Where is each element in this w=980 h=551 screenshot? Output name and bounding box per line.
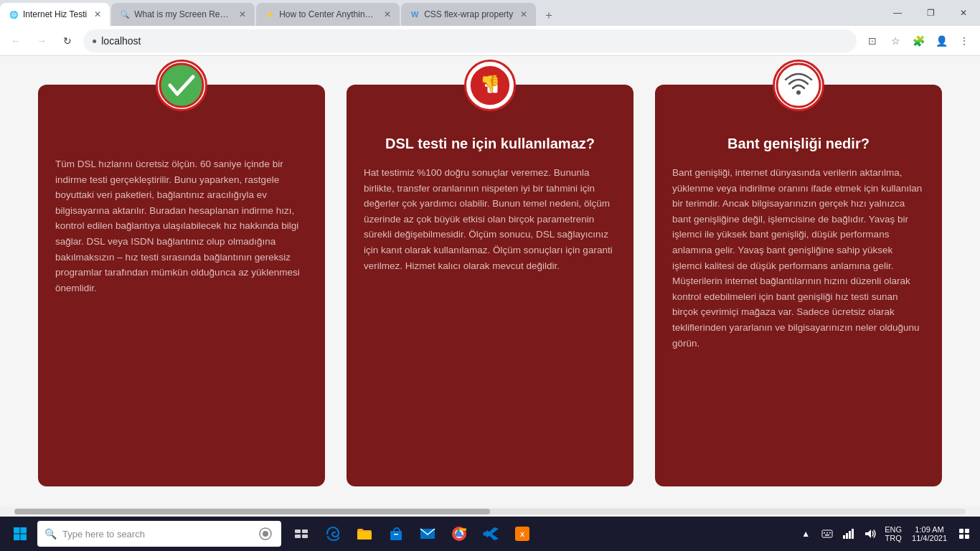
store-app[interactable]: [382, 519, 410, 548]
svg-text:👎: 👎: [480, 73, 501, 93]
svg-rect-17: [302, 534, 308, 538]
tab-favicon-1: 🌐: [9, 9, 19, 19]
vscode-app[interactable]: [476, 519, 505, 548]
taskbar-clock[interactable]: 1:09 AM 11/4/2021: [906, 519, 953, 548]
minimize-button[interactable]: —: [881, 0, 914, 26]
tab-close-4[interactable]: ✕: [520, 9, 527, 19]
svg-rect-28: [824, 532, 825, 534]
notification-icon: [958, 528, 970, 540]
start-button[interactable]: [6, 519, 34, 548]
menu-button[interactable]: ⋮: [954, 31, 974, 51]
close-button[interactable]: ✕: [947, 0, 980, 26]
card-icon-wifi: [773, 60, 824, 111]
edge-app[interactable]: [319, 519, 347, 548]
svg-marker-36: [865, 529, 871, 538]
keyboard-icon[interactable]: [817, 519, 837, 548]
card-3-title: Bant genişliği nedir?: [727, 133, 870, 154]
card-dsl-cannot-use: 👎 DSL testi ne için kullanılamaz? Hat te…: [347, 85, 633, 486]
card-dsl-intro: Tüm DSL hızlarını ücretsiz ölçün. 60 san…: [38, 85, 325, 486]
svg-rect-40: [965, 534, 969, 539]
xampp-icon: X: [514, 525, 531, 542]
svg-rect-32: [843, 535, 845, 539]
svg-rect-29: [826, 532, 828, 534]
bookmark-button[interactable]: ☆: [885, 31, 905, 51]
svg-point-0: [160, 64, 203, 107]
back-button[interactable]: ←: [6, 31, 26, 51]
svg-rect-30: [829, 532, 831, 534]
tab-screen-resolution[interactable]: 🔍 What is my Screen Resolution: Fi... ✕: [111, 3, 255, 26]
svg-rect-37: [959, 529, 963, 533]
card-2-title: DSL testi ne için kullanılamaz?: [385, 133, 595, 154]
language-indicator[interactable]: ENG TRQ: [882, 519, 905, 548]
address-bar[interactable]: ● localhost: [83, 29, 857, 52]
lock-icon: ●: [92, 36, 97, 46]
edge-icon: [324, 525, 341, 542]
lang-primary: ENG: [885, 525, 902, 534]
network-tray-icon[interactable]: [839, 519, 859, 548]
card-3-text: Bant genişliği, internet dünyasında veri…: [672, 165, 925, 351]
card-icon-check: [156, 60, 207, 111]
svg-text:X: X: [520, 531, 524, 538]
svg-rect-15: [302, 529, 308, 533]
scrollbar-thumb: [14, 509, 490, 514]
mail-icon: [419, 525, 436, 542]
search-placeholder-text: Type here to search: [62, 529, 251, 540]
lang-secondary: TRQ: [885, 534, 902, 542]
notification-center-button[interactable]: [954, 519, 974, 548]
card-icon-thumbs: 👎: [464, 60, 516, 111]
tab-label-1: Internet Hiz Testi: [23, 9, 87, 19]
svg-rect-16: [295, 534, 301, 538]
chrome-app[interactable]: [445, 519, 473, 548]
tab-internet-hiz-testi[interactable]: 🌐 Internet Hiz Testi ✕: [0, 3, 110, 26]
window-controls: — ❐ ✕: [881, 0, 980, 26]
taskbar: 🔍 Type here to search: [0, 517, 980, 551]
new-tab-button[interactable]: ＋: [537, 5, 560, 26]
task-view-icon: [294, 527, 308, 541]
url-text: localhost: [101, 35, 141, 47]
nav-actions: ⊡ ☆ 🧩 👤 ⋮: [862, 31, 974, 51]
tab-flex-wrap[interactable]: W CSS flex-wrap property ✕: [401, 3, 536, 26]
tab-close-3[interactable]: ✕: [384, 9, 391, 19]
refresh-button[interactable]: ↻: [57, 31, 77, 51]
svg-point-13: [263, 531, 268, 537]
file-explorer-app[interactable]: [350, 519, 379, 548]
cards-container: Tüm DSL hızlarını ücretsiz ölçün. 60 san…: [38, 85, 942, 486]
svg-rect-19: [390, 531, 402, 540]
show-hidden-icons[interactable]: ▲: [796, 519, 816, 548]
svg-rect-31: [825, 534, 829, 536]
svg-rect-34: [849, 531, 851, 539]
browser-window: 🌐 Internet Hiz Testi ✕ 🔍 What is my Scre…: [0, 0, 980, 551]
profile-button[interactable]: 👤: [931, 31, 951, 51]
svg-rect-38: [965, 529, 969, 533]
svg-rect-11: [21, 534, 27, 541]
search-icon: 🔍: [44, 528, 57, 540]
chrome-icon: [451, 525, 468, 542]
clock-time: 1:09 AM: [915, 525, 943, 534]
taskbar-search-bar[interactable]: 🔍 Type here to search: [37, 521, 281, 547]
store-icon: [387, 525, 405, 542]
volume-svg: [864, 528, 876, 540]
task-view-button[interactable]: [287, 519, 316, 548]
extensions-button[interactable]: 🧩: [908, 31, 928, 51]
svg-rect-35: [852, 529, 854, 539]
thumbs-down-svg-icon: 👎: [470, 65, 510, 105]
folder-icon: [356, 525, 373, 542]
forward-button[interactable]: →: [32, 31, 52, 51]
mail-app[interactable]: [413, 519, 442, 548]
wifi-svg-icon: [776, 62, 821, 108]
horizontal-scrollbar[interactable]: [0, 507, 980, 517]
cast-button[interactable]: ⊡: [862, 31, 882, 51]
tab-center-css[interactable]: ⚡ How to Center Anything with CS... ✕: [256, 3, 400, 26]
windows-logo-icon: [13, 527, 27, 541]
maximize-button[interactable]: ❐: [914, 0, 947, 26]
keyboard-svg: [821, 528, 833, 540]
tab-close-1[interactable]: ✕: [94, 9, 101, 19]
xampp-app[interactable]: X: [508, 519, 537, 548]
tab-close-2[interactable]: ✕: [239, 9, 246, 19]
svg-rect-20: [394, 534, 398, 535]
card-1-text: Tüm DSL hızlarını ücretsiz ölçün. 60 san…: [55, 156, 308, 296]
clock-date: 11/4/2021: [912, 534, 947, 542]
tab-favicon-4: W: [410, 9, 420, 19]
vscode-icon: [482, 525, 499, 542]
volume-tray-icon[interactable]: [860, 519, 880, 548]
